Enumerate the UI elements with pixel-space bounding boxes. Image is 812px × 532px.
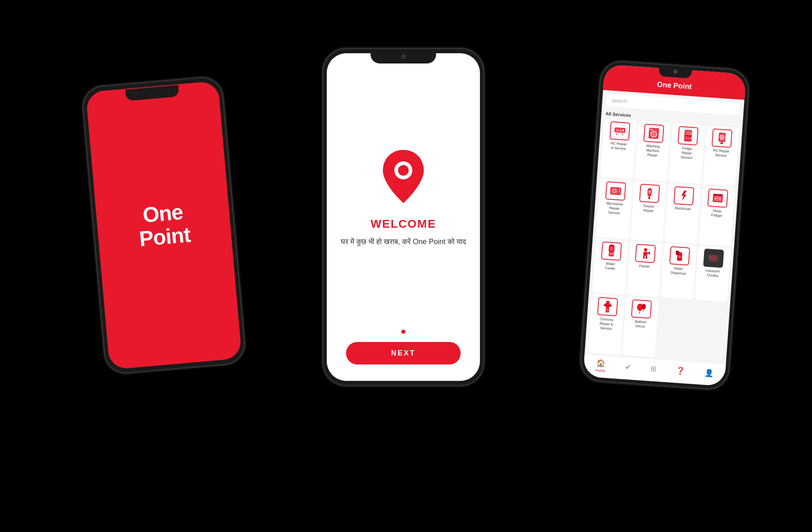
svg-rect-53 [645,256,647,259]
svg-point-50 [644,248,648,252]
camera-right [673,70,678,74]
service-chimney-name: ChimneyRepair &Service [599,317,614,331]
nav-help[interactable]: ❓ [676,366,685,376]
service-waterdispenser[interactable]: WaterDispenser [660,243,697,299]
waterdispenser-icon [673,249,687,263]
fridge-icon [681,129,695,143]
phones-container: One Point WELCOME घर में कुछ भी हो खराब,… [0,0,812,532]
svg-rect-5 [616,133,617,135]
svg-rect-65 [709,257,711,258]
svg-rect-55 [649,252,650,255]
chimney-icon [600,300,614,314]
search-placeholder: search [611,97,627,104]
nav-profile[interactable]: 👤 [704,368,714,378]
svg-rect-64 [709,256,711,256]
service-induction[interactable]: InductionChulha [694,246,731,302]
svg-rect-47 [610,247,613,251]
grid-icon: ⊞ [650,364,657,374]
service-electrician[interactable]: Electrician [664,183,701,244]
painter-icon [638,247,652,260]
service-watercooler-name: WaterCooler [605,261,616,271]
electrician-icon [677,189,691,203]
svg-rect-15 [685,131,691,136]
service-ac-name: AC Repair& Service [611,141,627,151]
notch-center [371,49,436,63]
service-geyser-name: GeyserRepair [643,204,655,213]
svg-rect-30 [618,193,620,194]
service-fridge[interactable]: FridgeRepairService [668,123,705,184]
welcome-content: WELCOME घर में कुछ भी हो खराब, करें One … [328,66,478,321]
welcome-subtitle: घर में कुछ भी हो खराब, करें One Point को… [341,236,466,247]
watercooler-icon [604,244,618,258]
svg-rect-35 [648,198,651,199]
service-washing-name: WashingMachineRepair [645,143,660,158]
screen-left: One Point [86,81,242,370]
svg-rect-42 [719,197,721,200]
notch-right [658,65,692,79]
svg-rect-51 [643,252,648,256]
screen-right: One Point search All Services [583,64,746,386]
svg-point-1 [398,165,409,176]
ac-icon [613,124,627,138]
service-ac[interactable]: AC Repair& Service [600,118,637,179]
service-fridge-name: FridgeRepairService [681,146,693,160]
svg-rect-28 [618,189,620,190]
nav-grid[interactable]: ⊞ [650,364,657,374]
location-pin-icon [379,148,428,205]
svg-rect-6 [622,134,623,135]
induction-icon [707,251,721,265]
service-deepfridge[interactable]: DeepFridger [699,186,735,246]
svg-rect-29 [618,191,620,192]
phone-center: WELCOME घर में कुछ भी हो खराब, करें One … [323,49,483,385]
nav-home-label: Home [595,368,605,373]
profile-icon: 👤 [704,368,714,378]
service-watercooler[interactable]: WaterCooler [592,238,629,294]
services-grid: AC Repair& Service Washi [585,117,743,364]
service-washing[interactable]: WashingMachineRepair [634,121,671,181]
washing-icon [647,127,661,140]
svg-rect-41 [715,197,717,199]
help-icon: ❓ [676,366,685,376]
service-balloon[interactable]: BalloonDecor [622,297,658,357]
balloon-icon [635,302,649,316]
service-ro[interactable]: RO RepairService [703,126,739,186]
service-geyser[interactable]: GeyserRepair [630,181,667,242]
svg-rect-59 [678,258,681,260]
app-title: One Point [609,77,739,95]
svg-rect-18 [690,133,691,134]
microwave-icon [608,184,622,198]
check-icon: ✔ [624,362,631,372]
svg-rect-27 [611,188,618,194]
phone-left: One Point [82,77,246,374]
phone-right: One Point search All Services [580,61,749,389]
service-microwave-name: MicrowaveRepairService [606,201,623,216]
service-painter[interactable]: Painter [626,241,663,297]
service-deepfridge-name: DeepFridger [711,208,722,218]
service-balloon-name: BalloonDecor [634,319,647,329]
service-chimney[interactable]: ChimneyRepair &Service [588,294,624,355]
screen-center: WELCOME घर में कुछ भी हो खराब, करें One … [327,53,480,381]
deepfridge-icon [711,191,725,205]
next-button[interactable]: NEXT [346,342,461,364]
brand-text-left: One Point [136,200,191,251]
nav-home[interactable]: 🏠 Home [595,358,606,373]
welcome-title: WELCOME [371,217,436,231]
home-icon: 🏠 [596,358,605,368]
service-induction-name: InductionChulha [705,268,720,278]
svg-rect-52 [643,256,645,259]
geyser-icon [643,186,657,200]
service-electrician-name: Electrician [675,206,691,212]
camera-center [401,54,406,59]
service-microwave[interactable]: MicrowaveRepairService [596,179,633,239]
service-waterdispenser-name: WaterDispenser [670,266,687,276]
svg-rect-67 [606,308,608,312]
nav-bookings[interactable]: ✔ [624,362,631,373]
ro-icon [715,131,729,145]
service-painter-name: Painter [639,264,650,269]
svg-rect-16 [685,136,691,140]
service-ro-name: RO RepairService [712,148,730,158]
svg-rect-58 [676,251,679,255]
svg-rect-25 [720,143,723,144]
dot-indicator [401,330,405,334]
